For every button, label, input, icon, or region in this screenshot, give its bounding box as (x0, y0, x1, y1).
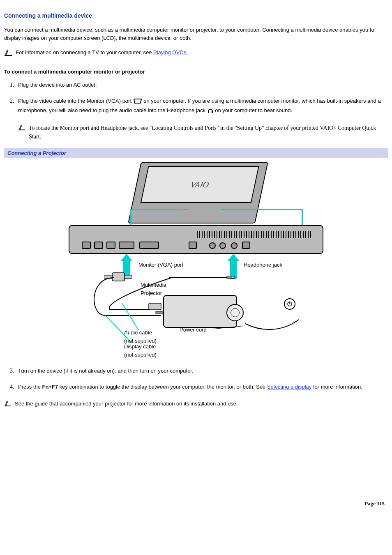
diagram-port (106, 242, 115, 249)
step-4: Press the Fn+F7 key combination to toggl… (16, 382, 388, 391)
svg-rect-0 (5, 55, 12, 56)
diagram-port (209, 242, 216, 249)
step-4-a: Press the (18, 384, 42, 390)
selecting-display-link[interactable]: Selecting a display (267, 384, 311, 390)
diagram-back-panel (69, 225, 323, 254)
step-2-text: Plug the video cable into the Monitor (V… (18, 97, 388, 116)
svg-line-15 (122, 303, 138, 330)
step-2: Plug the video cable into the Monitor (V… (16, 97, 388, 141)
diagram-label-headphone: Headphone jack (244, 261, 282, 269)
pencil-note-icon (4, 401, 12, 409)
step-2-note-text: To locate the Monitor port and Headphone… (29, 124, 388, 141)
info-note: For information on connecting a TV to yo… (4, 48, 388, 59)
step-4-text: Press the Fn+F7 key combination to toggl… (18, 383, 388, 391)
pencil-note-icon (18, 124, 26, 133)
figure-container: VAIO Monitor (VGA) port Headphone jack (4, 159, 388, 357)
intro-paragraph: You can connect a multimedia device, suc… (4, 26, 388, 42)
projector-diagram: VAIO Monitor (VGA) port Headphone jack (69, 159, 323, 357)
svg-rect-12 (149, 303, 161, 310)
pencil-note-icon (4, 49, 13, 59)
steps-list: Plug the device into an AC outlet. Plug … (16, 81, 388, 141)
info-note-text: For information on connecting a TV to yo… (16, 48, 188, 57)
step-2-part-a: Plug the video cable into the Monitor (V… (18, 98, 133, 104)
diagram-callout-line (130, 209, 188, 227)
svg-rect-13 (156, 311, 162, 314)
step-3-text: Turn on the device (if it is not already… (18, 367, 388, 375)
svg-rect-3 (18, 129, 25, 130)
step-4-f7-key: F7 (52, 384, 58, 390)
diagram-headphone-port (231, 242, 238, 249)
step-4-c: for more information. (311, 384, 362, 390)
step-3: Turn on the device (if it is not already… (16, 366, 388, 375)
vga-port-icon (133, 98, 142, 107)
info-note-prefix: For information on connecting a TV to yo… (16, 49, 153, 55)
step-4-plus: + (48, 384, 52, 390)
svg-rect-17 (5, 405, 11, 406)
diagram-label-vga: Monitor (VGA) port (138, 261, 183, 269)
diagram-laptop-screen: VAIO (141, 166, 259, 203)
diagram-label-power: Power cord (180, 326, 207, 334)
playing-dvds-link[interactable]: Playing DVDs. (153, 49, 188, 55)
step-4-b: key combination to toggle the display be… (58, 384, 267, 390)
svg-line-14 (212, 326, 245, 329)
diagram-vga-port (119, 242, 134, 249)
step-2-note: To locate the Monitor port and Headphone… (18, 124, 388, 141)
label-line: (not supplied) (124, 352, 157, 358)
final-note-text: See the guide that accompanied your proj… (15, 400, 238, 408)
section-title: Connecting a multimedia device (4, 12, 388, 20)
label-line: Audio cable (124, 329, 152, 336)
label-line: Display cable (124, 343, 156, 350)
steps-list-continued: Turn on the device (if it is not already… (16, 366, 388, 391)
diagram-port (189, 242, 197, 249)
figure-caption-bar: Connecting a Projector (4, 148, 388, 158)
diagram-cables (85, 270, 315, 352)
diagram-port (139, 242, 159, 249)
diagram-port (82, 242, 91, 249)
final-note: See the guide that accompanied your proj… (4, 400, 388, 409)
step-1-text: Plug the device into an AC outlet. (18, 81, 388, 89)
step-2-note-a: To locate the Monitor port and Headphone… (29, 125, 333, 131)
diagram-port (242, 242, 250, 249)
page-number: Page 115 (4, 500, 388, 508)
diagram-callout-line (221, 209, 303, 227)
procedure-heading: To connect a multimedia computer monitor… (4, 68, 388, 76)
diagram-port (219, 242, 226, 249)
step-1: Plug the device into an AC outlet. (16, 81, 388, 89)
headphone-jack-icon (207, 107, 214, 116)
diagram-label-display: Display cable (not supplied) (124, 343, 157, 359)
svg-rect-1 (208, 111, 209, 113)
svg-rect-2 (212, 111, 213, 113)
diagram-port (94, 242, 103, 249)
step-2-part-c: on your computer to hear sound. (215, 107, 292, 113)
step-4-fn-key: Fn (42, 384, 49, 390)
